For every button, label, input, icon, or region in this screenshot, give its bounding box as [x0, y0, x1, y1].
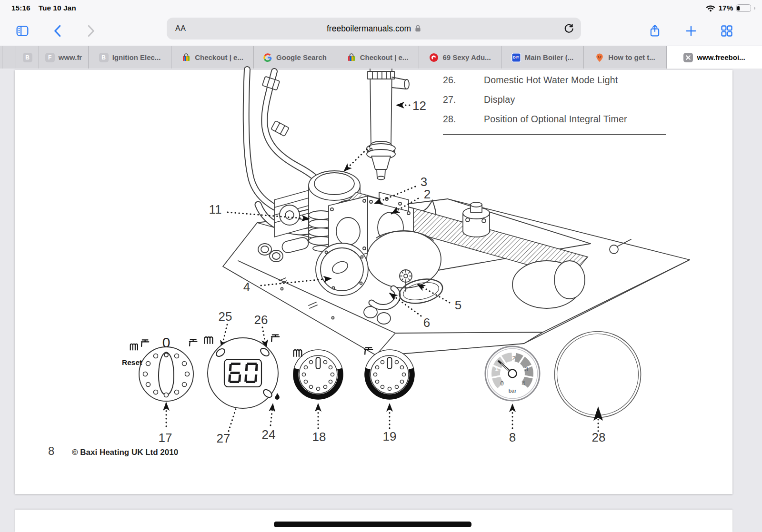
parts-list-text: Position of Optional Integral Timer	[484, 114, 627, 125]
page-number: 8	[48, 444, 54, 458]
address-bar[interactable]: AA freeboilermanuals.com	[167, 18, 581, 39]
tab-google-search[interactable]: Google Search	[254, 46, 336, 69]
url-text: freeboilermanuals.com	[327, 24, 411, 34]
parts-list-text: Display	[484, 94, 515, 105]
tabs-grid-icon[interactable]	[720, 24, 733, 38]
list-divider	[443, 134, 666, 135]
safari-toolbar: AA freeboilermanuals.com	[0, 16, 762, 46]
reload-icon[interactable]	[563, 23, 574, 34]
clock: 15:16	[11, 4, 30, 12]
pdf-next-page[interactable]	[15, 510, 732, 532]
tab-label: Main Boiler (...	[525, 53, 574, 61]
tab-label: Checkout | e...	[360, 53, 409, 61]
new-tab-icon[interactable]	[685, 25, 697, 37]
tab-checkout-2[interactable]: Checkout | e...	[336, 46, 419, 69]
date: Tue 10 Jan	[39, 4, 76, 12]
tab-label: How to get t...	[608, 53, 655, 61]
tab-how-to-get[interactable]: How to get t...	[584, 46, 667, 69]
favicon-letter-icon: B	[99, 53, 109, 62]
favicon-letter-icon: F	[45, 53, 55, 62]
parts-list-num: 27.	[443, 94, 456, 105]
copyright: © Baxi Heating UK Ltd 2010	[72, 448, 178, 457]
google-icon	[263, 53, 272, 62]
sidebar-icon[interactable]	[15, 25, 30, 37]
back-icon[interactable]	[51, 24, 64, 38]
lock-icon	[415, 25, 421, 32]
favicon-letter-icon: B	[23, 53, 32, 62]
battery-tip-icon	[754, 7, 756, 10]
close-icon[interactable]	[683, 53, 693, 62]
map-pin-icon	[595, 53, 604, 62]
battery-icon	[736, 4, 751, 12]
safari-window: 15:16 Tue 10 Jan 17%	[0, 0, 762, 532]
tab-checkout-1[interactable]: Checkout | e...	[171, 46, 254, 69]
tab-collapsed[interactable]	[2, 46, 16, 69]
shopping-bag-icon	[181, 53, 191, 62]
tab-www-fr[interactable]: F www.fr	[39, 46, 89, 69]
tab-main-boiler[interactable]: DIY Main Boiler (...	[501, 46, 584, 69]
tab-label: www.freeboi...	[697, 53, 745, 61]
status-bar: 15:16 Tue 10 Jan 17%	[0, 0, 762, 16]
pdf-page[interactable]	[15, 70, 732, 494]
battery-percent: 17%	[718, 4, 733, 12]
tab-bar: B F www.fr B Ignition Elec... Checkout |…	[0, 46, 762, 69]
diy-icon: DIY	[511, 53, 521, 62]
tab-label: Checkout | e...	[195, 53, 243, 61]
next-page-title-bar	[274, 522, 471, 527]
browser-chrome: 15:16 Tue 10 Jan 17%	[0, 0, 762, 46]
red-circle-icon	[429, 53, 439, 62]
tab-label: Ignition Elec...	[112, 53, 161, 61]
tab-b-site[interactable]: B	[16, 46, 39, 69]
tab-adult-site[interactable]: 69 Sexy Adu...	[419, 46, 501, 69]
tab-active-freeboilermanuals[interactable]: www.freeboi...	[667, 46, 762, 69]
wifi-icon	[706, 5, 715, 12]
parts-list-text: Domestic Hot Water Mode Light	[484, 75, 618, 86]
shopping-bag-icon	[347, 53, 356, 62]
parts-list-num: 28.	[443, 114, 456, 125]
parts-list-num: 26.	[443, 75, 456, 86]
tab-label: 69 Sexy Adu...	[442, 53, 491, 61]
tab-label: Google Search	[276, 53, 327, 61]
tab-label: www.fr	[59, 53, 82, 61]
tab-ignition[interactable]: B Ignition Elec...	[89, 46, 171, 69]
forward-icon[interactable]	[85, 24, 97, 38]
share-icon[interactable]	[649, 24, 661, 38]
